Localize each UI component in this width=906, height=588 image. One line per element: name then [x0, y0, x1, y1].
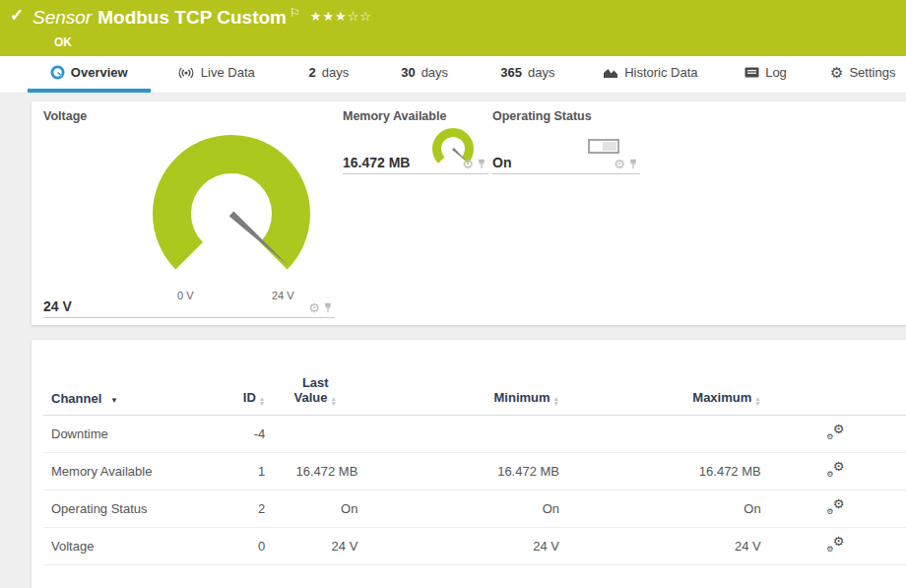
- column-header-actions: [765, 375, 906, 416]
- settings-gear-icon: ⚙: [830, 65, 843, 80]
- operating-status-value: On: [492, 155, 511, 170]
- channel-minimum: 16.472 MB: [361, 453, 563, 490]
- memory-value: 16.472 MB: [343, 155, 410, 170]
- toggle-knob: [603, 142, 616, 151]
- voltage-gauge-min-label: 0 V: [177, 290, 194, 301]
- channel-last-value: On: [269, 490, 361, 528]
- tab-settings[interactable]: ⚙ Settings: [819, 56, 906, 93]
- channel-name: Operating Status: [43, 490, 205, 528]
- channel-panel-voltage: Voltage 0 V 24 V 24 V ⚙: [43, 109, 335, 318]
- tab-2-days-label: days: [322, 65, 349, 80]
- content-area: Voltage 0 V 24 V 24 V ⚙ Memory Available: [0, 94, 906, 588]
- channel-minimum: 24 V: [361, 528, 563, 565]
- column-header-maximum[interactable]: Maximum▲▼: [563, 375, 765, 416]
- tab-bar: Overview Live Data 2 days 30 days 365 da…: [0, 56, 906, 94]
- channel-settings-icon[interactable]: ⚙⚙: [826, 425, 844, 440]
- object-kind-label: Sensor: [32, 7, 92, 28]
- tab-live-data-label: Live Data: [201, 65, 255, 80]
- memory-panel-title: Memory Available: [343, 109, 488, 123]
- sort-icon: ▲▼: [259, 397, 265, 406]
- table-row-voltage[interactable]: Voltage 0 24 V 24 V 24 V ⚙⚙: [43, 528, 906, 565]
- channel-id: 1: [205, 453, 269, 490]
- tab-365-days-number: 365: [500, 65, 522, 80]
- operating-status-gear-icon[interactable]: ⚙: [614, 158, 625, 170]
- sort-icon: ▲▼: [754, 397, 760, 406]
- channel-settings-icon[interactable]: ⚙⚙: [826, 499, 844, 515]
- channel-settings-icon[interactable]: ⚙⚙: [826, 462, 844, 478]
- voltage-value: 24 V: [43, 298, 72, 314]
- tab-30-days-label: days: [421, 65, 448, 80]
- sensor-header: ✓ SensorModbus TCP Custom⚐★★★☆☆ OK: [0, 0, 906, 56]
- column-header-id[interactable]: ID▲▼: [205, 375, 269, 416]
- operating-status-panel-title: Operating Status: [492, 109, 640, 123]
- live-data-icon: [177, 67, 195, 79]
- memory-gear-icon[interactable]: ⚙: [462, 158, 474, 170]
- column-header-channel[interactable]: Channel ▼: [43, 375, 205, 416]
- sort-icon: ▲▼: [331, 397, 337, 406]
- tab-365-days-label: days: [528, 65, 554, 80]
- flag-icon[interactable]: ⚐: [290, 6, 300, 20]
- tab-2-days-number: 2: [309, 65, 316, 80]
- voltage-gear-icon[interactable]: ⚙: [308, 301, 320, 314]
- operating-status-toggle-icon: [588, 139, 619, 154]
- status-check-icon: ✓: [10, 5, 24, 26]
- channel-panel-operating-status: Operating Status On ⚙: [492, 109, 640, 174]
- priority-star-rating[interactable]: ★★★☆☆: [310, 9, 372, 24]
- channel-maximum: On: [563, 490, 765, 528]
- tab-30-days-number: 30: [401, 65, 415, 80]
- voltage-gauge-max-label: 24 V: [272, 290, 294, 301]
- table-row-downtime[interactable]: Downtime -4 ⚙⚙: [43, 416, 906, 453]
- channel-name: Downtime: [43, 416, 205, 453]
- tab-live-data[interactable]: Live Data: [162, 56, 271, 93]
- channel-maximum: 24 V: [563, 528, 765, 565]
- column-header-minimum[interactable]: Minimum▲▼: [361, 375, 563, 416]
- voltage-gauge: [145, 127, 318, 300]
- channel-panel-memory: Memory Available 16.472 MB ⚙: [343, 109, 488, 174]
- voltage-panel-title: Voltage: [43, 109, 335, 123]
- channel-settings-icon[interactable]: ⚙⚙: [826, 537, 844, 553]
- tab-log[interactable]: Log: [727, 56, 806, 93]
- operating-status-pin-icon[interactable]: [628, 159, 638, 169]
- tab-overview-label: Overview: [71, 65, 128, 80]
- channel-maximum: 16.472 MB: [563, 453, 765, 490]
- tab-settings-label: Settings: [849, 65, 895, 80]
- channel-last-value: 16.472 MB: [269, 453, 361, 490]
- sort-icon: ▲▼: [553, 397, 559, 406]
- channels-table-card: Channel ▼ ID▲▼ Last Value▲▼ Minimum▲▼ Ma: [32, 340, 906, 588]
- voltage-pin-icon[interactable]: [323, 302, 333, 313]
- channel-id: 2: [205, 490, 269, 528]
- sort-desc-icon: ▼: [110, 396, 118, 405]
- overview-gauge-icon: [50, 65, 65, 80]
- memory-pin-icon[interactable]: [477, 159, 486, 169]
- tab-2-days[interactable]: 2 days: [290, 56, 368, 93]
- channel-maximum: [563, 416, 765, 453]
- page-title: Modbus TCP Custom: [97, 7, 287, 28]
- tab-log-label: Log: [765, 65, 787, 80]
- channel-name: Memory Available: [43, 453, 205, 490]
- channel-last-value: [269, 416, 361, 453]
- table-row-operating-status[interactable]: Operating Status 2 On On On ⚙⚙: [43, 490, 906, 528]
- channel-minimum: On: [361, 490, 563, 528]
- channel-minimum: [361, 416, 563, 453]
- tab-historic-data-label: Historic Data: [624, 65, 697, 80]
- tab-overview[interactable]: Overview: [28, 56, 151, 93]
- channel-last-value: 24 V: [269, 528, 361, 565]
- tab-historic-data[interactable]: Historic Data: [589, 56, 712, 93]
- log-list-icon: [744, 67, 759, 78]
- channels-table: Channel ▼ ID▲▼ Last Value▲▼ Minimum▲▼ Ma: [43, 375, 906, 565]
- status-badge: OK: [54, 35, 72, 49]
- tab-30-days[interactable]: 30 days: [383, 56, 467, 93]
- channel-id: 0: [205, 528, 269, 565]
- column-header-last-value[interactable]: Last Value▲▼: [269, 375, 361, 416]
- channel-id: -4: [205, 416, 269, 453]
- tab-365-days[interactable]: 365 days: [481, 56, 574, 93]
- gauges-card: Voltage 0 V 24 V 24 V ⚙ Memory Available: [32, 101, 906, 325]
- channel-name: Voltage: [43, 528, 205, 565]
- historic-data-chart-icon: [603, 66, 618, 79]
- table-row-memory-available[interactable]: Memory Available 1 16.472 MB 16.472 MB 1…: [43, 453, 906, 490]
